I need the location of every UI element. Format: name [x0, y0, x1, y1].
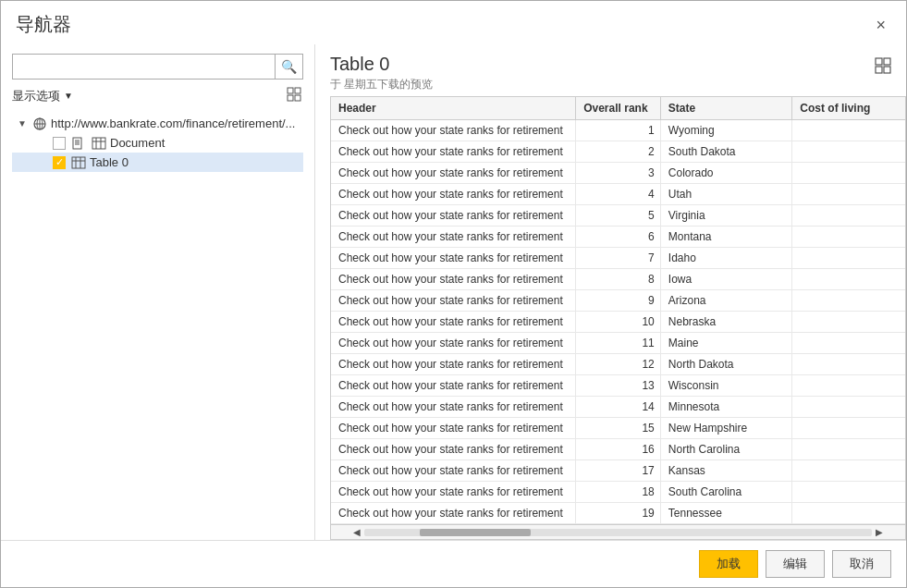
cell-rank: 13	[576, 375, 661, 397]
cell-state: Idaho	[660, 248, 792, 269]
cell-rank: 17	[576, 460, 661, 482]
tree-item-url[interactable]: ▼ http://www.bankrate.com/finance/retire…	[12, 114, 303, 133]
chevron-down-icon: ▼	[64, 91, 73, 101]
cell-state: North Dakota	[660, 354, 792, 375]
cell-rank: 9	[576, 290, 661, 312]
cell-cost	[792, 141, 905, 163]
table-row: Check out how your state ranks for retir…	[331, 397, 905, 418]
cell-cost	[792, 269, 905, 290]
cell-header: Check out how your state ranks for retir…	[331, 248, 576, 269]
cell-state: Montana	[660, 227, 792, 248]
cell-state: Maine	[660, 333, 792, 354]
cell-state: North Carolina	[660, 439, 792, 460]
preview-subtitle: 于 星期五下载的预览	[330, 77, 433, 92]
cell-state: Kansas	[660, 460, 792, 482]
scrollbar-track[interactable]	[364, 529, 872, 536]
table-row: Check out how your state ranks for retir…	[331, 333, 905, 354]
svg-rect-2	[288, 95, 293, 101]
load-button[interactable]: 加载	[699, 550, 758, 578]
cell-header: Check out how your state ranks for retir…	[331, 269, 576, 290]
edit-button[interactable]: 编辑	[766, 550, 825, 578]
cell-header: Check out how your state ranks for retir…	[331, 120, 576, 141]
cell-rank: 1	[576, 120, 661, 141]
cancel-button[interactable]: 取消	[832, 550, 891, 578]
cell-rank: 7	[576, 248, 661, 269]
cell-header: Check out how your state ranks for retir…	[331, 460, 576, 482]
svg-rect-16	[72, 157, 85, 168]
table-row: Check out how your state ranks for retir…	[331, 184, 905, 205]
svg-rect-1	[295, 88, 300, 93]
cell-cost	[792, 375, 905, 397]
svg-rect-23	[884, 67, 890, 73]
cell-cost	[792, 184, 905, 205]
table-body: Check out how your state ranks for retir…	[331, 120, 905, 524]
cell-cost	[792, 227, 905, 248]
col-header-header: Header	[331, 97, 576, 120]
preview-options-button[interactable]	[875, 57, 891, 78]
cell-state: Minnesota	[660, 397, 792, 418]
show-options-button[interactable]: 显示选项 ▼	[12, 88, 73, 104]
svg-rect-12	[92, 138, 105, 149]
scrollbar-thumb[interactable]	[420, 529, 531, 536]
table-scroll-area[interactable]: Header Overall rank State Cost of living…	[331, 97, 905, 524]
cell-header: Check out how your state ranks for retir…	[331, 227, 576, 248]
title-bar: 导航器 ×	[1, 1, 906, 44]
cell-rank: 5	[576, 205, 661, 227]
select-all-button[interactable]	[287, 87, 303, 104]
cell-state: Wisconsin	[660, 375, 792, 397]
svg-rect-20	[876, 58, 882, 65]
document-checkbox[interactable]	[53, 137, 66, 150]
cell-rank: 16	[576, 439, 661, 460]
preview-title-area: Table 0 于 星期五下载的预览	[330, 54, 433, 92]
scroll-right-arrow[interactable]: ▶	[872, 527, 887, 537]
table-row: Check out how your state ranks for retir…	[331, 312, 905, 333]
table-row: Check out how your state ranks for retir…	[331, 503, 905, 524]
cell-state: Nebraska	[660, 312, 792, 333]
svg-rect-8	[73, 138, 81, 149]
cell-rank: 4	[576, 184, 661, 205]
close-button[interactable]: ×	[870, 15, 891, 35]
search-input[interactable]	[13, 55, 275, 79]
table-row: Check out how your state ranks for retir…	[331, 460, 905, 482]
table-row: Check out how your state ranks for retir…	[331, 227, 905, 248]
scroll-left-arrow[interactable]: ◀	[349, 527, 364, 537]
cell-header: Check out how your state ranks for retir…	[331, 397, 576, 418]
cell-header: Check out how your state ranks for retir…	[331, 375, 576, 397]
cell-cost	[792, 460, 905, 482]
cell-state: Iowa	[660, 269, 792, 290]
cell-rank: 10	[576, 312, 661, 333]
horizontal-scrollbar[interactable]: ◀ ▶	[331, 524, 905, 539]
cell-cost	[792, 439, 905, 460]
table-row: Check out how your state ranks for retir…	[331, 354, 905, 375]
cell-rank: 15	[576, 418, 661, 439]
cell-cost	[792, 290, 905, 312]
dialog-title: 导航器	[16, 12, 71, 37]
svg-rect-3	[295, 95, 300, 101]
tree-item-document[interactable]: Document	[12, 133, 303, 153]
cell-rank: 19	[576, 503, 661, 524]
cell-header: Check out how your state ranks for retir…	[331, 333, 576, 354]
document-icon	[71, 137, 86, 150]
cell-cost	[792, 397, 905, 418]
tree-document-label: Document	[110, 136, 165, 150]
data-table: Header Overall rank State Cost of living…	[331, 97, 905, 524]
col-header-rank: Overall rank	[576, 97, 661, 120]
cell-header: Check out how your state ranks for retir…	[331, 439, 576, 460]
cell-state: Tennessee	[660, 503, 792, 524]
right-panel: Table 0 于 星期五下载的预览	[315, 44, 906, 540]
preview-header: Table 0 于 星期五下载的预览	[315, 54, 906, 96]
table-row: Check out how your state ranks for retir…	[331, 269, 905, 290]
cell-state: New Hampshire	[660, 418, 792, 439]
tree-view: ▼ http://www.bankrate.com/finance/retire…	[12, 114, 303, 531]
cell-rank: 6	[576, 227, 661, 248]
cell-cost	[792, 205, 905, 227]
table0-checkbox[interactable]: ✓	[53, 156, 66, 169]
tree-url-label: http://www.bankrate.com/finance/retireme…	[51, 116, 295, 130]
search-button[interactable]: 🔍	[275, 55, 302, 79]
cell-cost	[792, 418, 905, 439]
svg-rect-22	[876, 67, 882, 73]
cell-rank: 3	[576, 163, 661, 184]
tree-item-table0[interactable]: ✓ Table 0	[12, 153, 303, 172]
cell-header: Check out how your state ranks for retir…	[331, 141, 576, 163]
cell-rank: 18	[576, 482, 661, 503]
